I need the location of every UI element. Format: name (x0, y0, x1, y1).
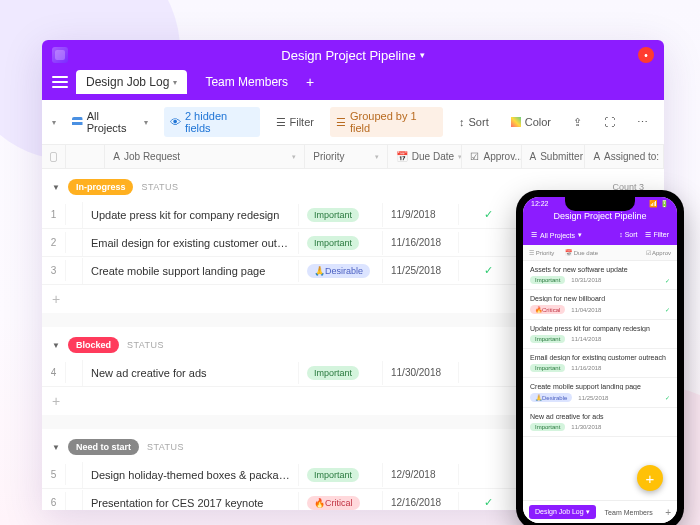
mobile-signal-icon: 📶 🔋 (649, 200, 669, 208)
approved-cell[interactable]: ✓ (459, 203, 519, 226)
mobile-approved-icon: ✓ (665, 277, 670, 284)
col-row-handle (66, 145, 105, 168)
column-header-row: AJob Request▾ Priority▾ 📅 Due Date▾ ☑ Ap… (42, 145, 664, 169)
col-priority[interactable]: Priority▾ (305, 145, 387, 168)
due-date-cell[interactable]: 11/30/2018 (383, 362, 459, 383)
job-request-cell[interactable]: Email design for existing customer outre… (83, 232, 299, 254)
status-bar (66, 462, 83, 488)
expand-button[interactable]: ⛶ (598, 113, 621, 131)
add-tab-button[interactable]: + (306, 74, 314, 90)
mobile-priority-pill: 🔥Critical (530, 305, 565, 314)
mobile-columns: ☰ Priority 📅 Due date ☑ Approv (523, 245, 677, 261)
mobile-due: 11/16/2018 (571, 365, 601, 371)
mobile-add-tab[interactable]: + (665, 507, 671, 518)
app-logo-icon (52, 47, 68, 63)
hidden-fields-button[interactable]: 👁2 hidden fields (164, 107, 260, 137)
mobile-tab-other[interactable]: Team Members (601, 506, 657, 519)
mobile-card-title: Update press kit for company redesign (530, 325, 670, 332)
mobile-card-title: New ad creative for ads (530, 413, 670, 420)
priority-cell[interactable]: 🙏Desirable (299, 259, 383, 283)
job-request-cell[interactable]: Presentation for CES 2017 keynote (83, 492, 299, 511)
status-bar (66, 258, 83, 284)
mobile-due: 10/31/2018 (571, 277, 601, 283)
status-bar (66, 490, 83, 511)
view-selector[interactable]: All Projects▾ (66, 107, 154, 137)
menu-icon[interactable] (52, 76, 68, 88)
col-submitter[interactable]: A Submitter▾ (522, 145, 586, 168)
job-request-cell[interactable]: Design holiday-themed boxes & packaging (83, 464, 299, 486)
mobile-tab-active[interactable]: Design Job Log ▾ (529, 505, 596, 519)
view-toolbar: ▾ All Projects▾ 👁2 hidden fields ☰Filter… (42, 100, 664, 145)
select-all-checkbox[interactable] (42, 145, 66, 168)
approved-cell[interactable] (459, 470, 519, 480)
priority-cell[interactable]: Important (299, 231, 383, 255)
color-button[interactable]: Color (505, 113, 557, 131)
col-job-request[interactable]: AJob Request▾ (105, 145, 305, 168)
due-date-cell[interactable]: 12/16/2018 (383, 492, 459, 510)
job-request-cell[interactable]: Create mobile support landing page (83, 260, 299, 282)
mobile-priority-pill: Important (530, 423, 565, 431)
row-number: 1 (42, 204, 66, 225)
mobile-filter-button[interactable]: ☰ Filter (645, 231, 669, 239)
mobile-priority-pill: Important (530, 364, 565, 372)
approved-cell[interactable] (459, 238, 519, 248)
mobile-record-card[interactable]: Create mobile support landing page 🙏Desi… (523, 378, 677, 408)
mobile-record-card[interactable]: Update press kit for company redesign Im… (523, 320, 677, 349)
mobile-record-card[interactable]: New ad creative for ads Important11/30/2… (523, 408, 677, 437)
priority-cell[interactable]: Important (299, 463, 383, 487)
mobile-card-title: Design for new billboard (530, 295, 670, 302)
col-approved[interactable]: ☑ Approv...▾ (462, 145, 521, 168)
row-number: 4 (42, 362, 66, 383)
group-button[interactable]: ☰Grouped by 1 field (330, 107, 443, 137)
mobile-view-selector[interactable]: ☰ All Projects ▾ (531, 231, 582, 239)
mobile-approved-icon: ✓ (665, 306, 670, 313)
status-label: STATUS (147, 442, 184, 452)
due-date-cell[interactable]: 11/25/2018 (383, 260, 459, 281)
mobile-priority-pill: 🙏Desirable (530, 393, 572, 402)
mobile-record-card[interactable]: Assets for new software update Important… (523, 261, 677, 290)
more-button[interactable]: ⋯ (631, 113, 654, 132)
mobile-due: 11/30/2018 (571, 424, 601, 430)
due-date-cell[interactable]: 11/9/2018 (383, 204, 459, 225)
filter-button[interactable]: ☰Filter (270, 113, 320, 132)
status-label: STATUS (141, 182, 178, 192)
sort-button[interactable]: ↕Sort (453, 113, 495, 131)
approved-cell[interactable]: ✓ (459, 491, 519, 510)
mobile-priority-pill: Important (530, 335, 565, 343)
mobile-due: 11/04/2018 (571, 307, 601, 313)
job-request-cell[interactable]: Update press kit for company redesign (83, 204, 299, 226)
mobile-add-button[interactable]: + (637, 465, 663, 491)
mobile-record-card[interactable]: Design for new billboard 🔥Critical11/04/… (523, 290, 677, 320)
priority-cell[interactable]: Important (299, 361, 383, 385)
approved-cell[interactable]: ✓ (459, 259, 519, 282)
col-assigned[interactable]: A Assigned to:▾ (585, 145, 664, 168)
mobile-priority-pill: Important (530, 276, 565, 284)
mobile-due: 11/14/2018 (571, 336, 601, 342)
mobile-due: 11/25/2018 (578, 395, 608, 401)
col-due-date[interactable]: 📅 Due Date▾ (388, 145, 463, 168)
row-number: 6 (42, 492, 66, 510)
approved-cell[interactable] (459, 368, 519, 378)
mobile-record-card[interactable]: Email design for existing customer outre… (523, 349, 677, 378)
collapse-views-icon[interactable]: ▾ (52, 118, 56, 127)
due-date-cell[interactable]: 12/9/2018 (383, 464, 459, 485)
base-title[interactable]: Design Project Pipeline (281, 48, 415, 63)
tab-team-members[interactable]: Team Members (195, 70, 298, 94)
row-number: 3 (42, 260, 66, 281)
mobile-sort-button[interactable]: ↕ Sort (619, 231, 637, 239)
share-button[interactable]: ⇪ (567, 113, 588, 132)
tab-design-job-log[interactable]: Design Job Log▾ (76, 70, 187, 94)
mobile-preview: 12:22 📶 🔋 Design Project Pipeline ☰ All … (516, 190, 684, 525)
priority-cell[interactable]: Important (299, 203, 383, 227)
row-number: 5 (42, 464, 66, 485)
mobile-title: Design Project Pipeline (531, 211, 669, 221)
notification-badge[interactable]: • (638, 47, 654, 63)
mobile-card-title: Create mobile support landing page (530, 383, 670, 390)
priority-cell[interactable]: 🔥Critical (299, 491, 383, 511)
due-date-cell[interactable]: 11/16/2018 (383, 232, 459, 253)
row-number: 2 (42, 232, 66, 253)
job-request-cell[interactable]: New ad creative for ads (83, 362, 299, 384)
titlebar: Design Project Pipeline▾ • (42, 40, 664, 70)
status-bar (66, 360, 83, 386)
mobile-approved-icon: ✓ (665, 394, 670, 401)
